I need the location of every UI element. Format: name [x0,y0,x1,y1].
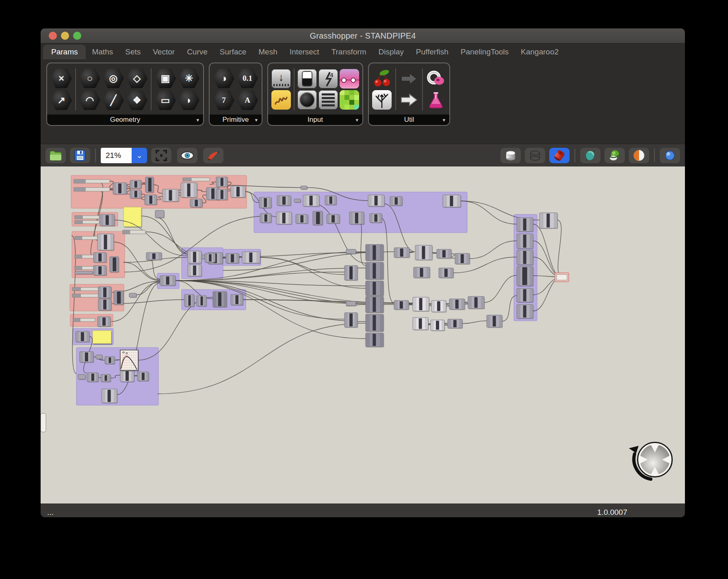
graph-handle[interactable] [123,352,124,353]
output-params[interactable] [104,253,106,262]
slider-grip[interactable] [75,216,82,219]
data-tree-icon[interactable] [372,90,392,110]
title-bar[interactable]: Grasshopper - STANDPIPE4 [41,28,685,43]
canvas-side-tab[interactable] [41,413,46,432]
panel-icon[interactable] [271,90,291,110]
input-params[interactable] [439,268,442,277]
input-params[interactable] [413,318,416,329]
output-params[interactable] [530,234,533,248]
input-params[interactable] [437,250,440,258]
ribbon-group-label-primitive[interactable]: Primitive▾ [210,115,262,125]
output-params[interactable] [96,373,98,381]
input-params[interactable] [260,198,262,207]
display-custom-button[interactable] [580,148,600,163]
output-params[interactable] [220,253,222,264]
input-params[interactable] [366,297,370,312]
input-params[interactable] [94,253,96,262]
save-file-button[interactable] [70,148,90,163]
slider-grip[interactable] [74,188,85,191]
output-params[interactable] [146,372,148,380]
input-params[interactable] [98,234,101,250]
zoom-window-button[interactable] [73,32,81,40]
input-params[interactable] [146,177,148,192]
input-params[interactable] [105,357,107,363]
input-params[interactable] [277,212,280,224]
input-params[interactable] [432,301,435,311]
param-spiral-icon[interactable]: ◎ [102,68,124,89]
output-params[interactable] [400,197,402,205]
output-params[interactable] [427,268,429,277]
component[interactable] [78,374,85,379]
expand-group-icon[interactable]: ▾ [255,117,258,123]
input-params[interactable] [114,291,116,304]
output-params[interactable] [225,190,227,199]
input-params[interactable] [98,317,100,326]
input-params[interactable] [205,254,207,262]
input-params[interactable] [243,252,246,263]
slider-grip[interactable] [123,230,130,234]
output-params[interactable] [112,215,114,225]
input-params[interactable] [517,305,520,318]
output-params[interactable] [158,253,161,259]
param-circle-icon[interactable]: ○ [79,68,101,89]
param-number-icon[interactable]: 0.1 [236,68,258,89]
input-params[interactable] [487,315,490,327]
output-params[interactable] [429,246,432,259]
input-params[interactable] [450,299,453,309]
output-params[interactable] [91,352,93,362]
output-params[interactable] [448,250,451,258]
output-params[interactable] [194,183,197,197]
output-params[interactable] [467,254,469,264]
output-params[interactable] [288,196,290,205]
component[interactable] [301,186,307,189]
output-params[interactable] [320,212,322,225]
tab-kangaroo2[interactable]: Kangaroo2 [515,45,565,59]
number-slider-icon[interactable]: ↓ [271,69,291,89]
minimize-button[interactable] [61,32,69,40]
output-params[interactable] [380,263,383,279]
output-params[interactable] [334,196,336,204]
output-params[interactable] [530,267,533,285]
tab-intersect[interactable]: Intersect [284,45,325,59]
definition-canvas[interactable] [41,166,685,503]
input-params[interactable] [160,276,164,285]
output-params[interactable] [380,281,383,295]
zoom-dropdown-button[interactable]: ⌄ [132,148,147,163]
output-params[interactable] [108,299,111,310]
output-params[interactable] [379,214,381,222]
data-output-icon[interactable] [399,90,419,110]
data-recorder-icon[interactable] [426,69,446,89]
input-params[interactable] [350,212,353,224]
slider-grip[interactable] [75,255,82,258]
input-params[interactable] [191,199,193,207]
tab-curve[interactable]: Curve [181,45,214,59]
preview-visibility-button[interactable] [177,148,197,163]
input-params[interactable] [443,195,447,207]
data-input-icon[interactable] [399,69,419,89]
input-params[interactable] [390,197,393,205]
input-params[interactable] [327,215,329,223]
output-params[interactable] [199,251,201,263]
output-params[interactable] [104,266,106,275]
ribbon-group-label-input[interactable]: Input▾ [268,115,362,125]
expand-group-icon[interactable]: ▾ [196,117,199,123]
slider-grip[interactable] [183,178,191,181]
output-params[interactable] [87,332,89,341]
input-params[interactable] [101,375,103,381]
slider-grip[interactable] [75,236,82,240]
graph-mapper-icon[interactable]: 4 [318,69,338,89]
cherry-picker-icon[interactable] [372,69,392,89]
input-params[interactable] [181,183,184,197]
input-params[interactable] [277,196,280,205]
ribbon-group-label-geometry[interactable]: Geometry▾ [47,115,203,125]
output-params[interactable] [256,252,260,263]
input-params[interactable] [197,296,199,306]
preview-shaded-button[interactable] [549,148,570,163]
output-params[interactable] [337,215,339,223]
output-params[interactable] [425,318,428,329]
display-settings-button[interactable] [604,148,625,163]
output-params[interactable] [240,295,243,305]
ribbon-group-label-util[interactable]: Util▾ [369,115,449,125]
slider-grip[interactable] [74,179,85,183]
output-params[interactable] [406,248,409,257]
